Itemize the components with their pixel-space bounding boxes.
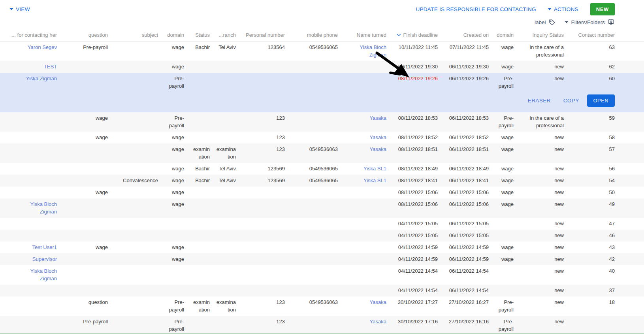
filters-folders-button[interactable]: Filters/Folders bbox=[565, 19, 615, 26]
cell-link-name[interactable]: Yiska Bloch Zigman bbox=[360, 44, 386, 58]
column-header-subject[interactable]: subject bbox=[111, 29, 161, 41]
table-row[interactable]: wageexaminationexamination1230549536063Y… bbox=[0, 143, 644, 163]
cell-domain2: wage bbox=[492, 163, 517, 175]
cell-question: wage bbox=[60, 112, 111, 132]
update-responsible-link[interactable]: UPDATE IS RESPONSIBLE FOR CONTACTING bbox=[416, 6, 536, 12]
cell-contacting: Test User1 bbox=[0, 242, 60, 253]
table-row[interactable]: 04/11/2022 14:5406/11/2022 14:54new37 bbox=[0, 285, 644, 296]
table-row[interactable]: ConvalescencewageBachirTel Aviv123569054… bbox=[0, 175, 644, 187]
cell-link-name[interactable]: Yasaka bbox=[370, 146, 386, 152]
copy-button[interactable]: COPY bbox=[563, 98, 579, 104]
cell-created: 06/11/2022 15:06 bbox=[441, 198, 492, 218]
cell-link-name[interactable]: Yiska SL1 bbox=[363, 166, 386, 172]
view-button[interactable]: VIEW bbox=[10, 6, 30, 12]
cell-contact: 62 bbox=[567, 61, 644, 73]
column-header-domain[interactable]: domain bbox=[161, 29, 187, 41]
new-button[interactable]: NEW bbox=[590, 3, 615, 15]
table-row[interactable]: TESTwage09/11/2022 19:3006/11/2022 19:30… bbox=[0, 61, 644, 73]
cell-text: question bbox=[89, 299, 108, 305]
table-row[interactable]: Pre-payrollPre-payroll123Yasaka30/10/202… bbox=[0, 316, 644, 334]
cell-link-name[interactable]: Yasaka bbox=[370, 115, 386, 121]
cell-link-contacting[interactable]: Yiska Bloch Zigman bbox=[30, 201, 57, 215]
cell-created: 06/11/2022 15:05 bbox=[441, 218, 492, 230]
table-row[interactable]: Yaron SegevPre-payrollwageBachirTel Aviv… bbox=[0, 42, 644, 61]
cell-question bbox=[60, 163, 111, 175]
cell-branch bbox=[213, 230, 239, 242]
column-header-status[interactable]: Status bbox=[187, 29, 213, 41]
table-row[interactable]: Yiska ZigmanPre-payroll08/11/2022 19:260… bbox=[0, 73, 644, 92]
column-header-inquiry[interactable]: Inquiry Status bbox=[517, 29, 567, 41]
cell-mobile bbox=[288, 253, 341, 265]
cell-personal: 123 bbox=[239, 296, 288, 316]
cell-text: new bbox=[554, 256, 564, 262]
table-row[interactable]: Yiska Bloch Zigmanwage08/11/2022 15:0606… bbox=[0, 198, 644, 218]
cell-deadline: 08/11/2022 15:06 bbox=[390, 198, 441, 218]
label-button[interactable]: label bbox=[535, 19, 556, 26]
cell-deadline: 08/11/2022 18:53 bbox=[390, 112, 441, 132]
table-row[interactable]: wagewage123Yasaka08/11/2022 18:5206/11/2… bbox=[0, 132, 644, 143]
toolbar: VIEW UPDATE IS RESPONSIBLE FOR CONTACTIN… bbox=[0, 0, 644, 16]
column-header-domain2[interactable]: domain bbox=[492, 29, 517, 41]
cell-status bbox=[187, 253, 213, 265]
cell-text: wage bbox=[172, 44, 184, 50]
table-row[interactable]: Supervisorwage04/11/2022 14:5906/11/2022… bbox=[0, 253, 644, 265]
eraser-button[interactable]: ERASER bbox=[528, 98, 551, 104]
column-header-contacting[interactable]: ... for contacting her bbox=[0, 29, 60, 41]
column-header-branch[interactable]: ...ranch bbox=[213, 29, 239, 41]
cell-link-contacting[interactable]: Test User1 bbox=[32, 244, 57, 250]
column-header-question[interactable]: question bbox=[60, 29, 111, 41]
table-row[interactable]: Yiska Bloch Zigman04/11/2022 14:5406/11/… bbox=[0, 265, 644, 285]
cell-text: 123 bbox=[276, 319, 285, 325]
column-header-mobile[interactable]: mobile phone bbox=[288, 29, 341, 41]
column-header-personal[interactable]: Personal number bbox=[239, 29, 288, 41]
cell-text: wage bbox=[172, 244, 184, 250]
table-row[interactable]: 04/11/2022 15:0506/11/2022 15:05new47 bbox=[0, 218, 644, 230]
cell-text: 07/11/2022 11:45 bbox=[450, 44, 489, 50]
cell-mobile bbox=[288, 112, 341, 132]
cell-text: Pre-payroll bbox=[83, 319, 108, 325]
column-header-contact[interactable]: Contact number bbox=[567, 29, 644, 41]
cell-link-contacting[interactable]: Yiska Bloch Zigman bbox=[30, 268, 57, 281]
cell-domain2: wage bbox=[492, 242, 517, 253]
cell-link-contacting[interactable]: Yaron Segev bbox=[28, 44, 57, 50]
column-header-created[interactable]: Created on bbox=[441, 29, 492, 41]
cell-mobile: 0549536065 bbox=[288, 163, 341, 175]
cell-link-name[interactable]: Yasaka bbox=[370, 299, 386, 305]
cell-text: 08/11/2022 15:06 bbox=[398, 201, 438, 207]
cell-link-contacting[interactable]: Supervisor bbox=[32, 256, 57, 262]
cell-subject bbox=[111, 112, 161, 132]
cell-name bbox=[341, 242, 390, 253]
cell-text: wage bbox=[96, 134, 108, 140]
table-row[interactable]: 04/11/2022 15:0506/11/2022 15:05new46 bbox=[0, 230, 644, 242]
cell-personal bbox=[239, 73, 288, 92]
table-row[interactable]: wagewage08/11/2022 15:0606/11/2022 15:06… bbox=[0, 187, 644, 198]
cell-text: new bbox=[554, 134, 564, 140]
table-row[interactable]: questionPre-payrollexaminationexaminatio… bbox=[0, 296, 644, 316]
cell-deadline: 08/11/2022 15:06 bbox=[390, 187, 441, 198]
table-row[interactable]: wagePre-payroll123Yasaka08/11/2022 18:53… bbox=[0, 112, 644, 132]
cell-link-name[interactable]: Yasaka bbox=[370, 319, 386, 325]
column-header-deadline[interactable]: Finish deadline bbox=[390, 29, 441, 41]
table-row[interactable]: wageBachirTel Aviv1235690549536065Yiska … bbox=[0, 163, 644, 175]
column-header-name[interactable]: Name turned bbox=[341, 29, 390, 41]
cell-status: Bachir bbox=[187, 175, 213, 187]
actions-button[interactable]: ACTIONS bbox=[548, 6, 578, 12]
cell-link-contacting[interactable]: Yiska Zigman bbox=[26, 75, 57, 81]
cell-subject bbox=[111, 265, 161, 285]
table-row[interactable]: Test User1wagewage04/11/2022 14:5906/11/… bbox=[0, 242, 644, 253]
cell-text: 04/11/2022 14:54 bbox=[398, 268, 438, 274]
cell-link-name[interactable]: Yasaka bbox=[370, 134, 386, 140]
cell-link-contacting[interactable]: TEST bbox=[44, 64, 57, 70]
cell-domain2 bbox=[492, 218, 517, 230]
cell-created: 06/11/2022 14:54 bbox=[441, 265, 492, 285]
cell-text: wage bbox=[501, 146, 514, 152]
cell-text: 56 bbox=[609, 166, 615, 172]
cell-link-name[interactable]: Yiska SL1 bbox=[363, 177, 386, 183]
open-button[interactable]: OPEN bbox=[587, 94, 615, 107]
cell-contacting bbox=[0, 143, 60, 163]
cell-created: 06/11/2022 14:59 bbox=[441, 253, 492, 265]
cell-created: 27/10/2022 16:27 bbox=[441, 296, 492, 316]
cell-status bbox=[187, 218, 213, 230]
cell-inquiry: new bbox=[517, 253, 567, 265]
cell-question bbox=[60, 265, 111, 285]
